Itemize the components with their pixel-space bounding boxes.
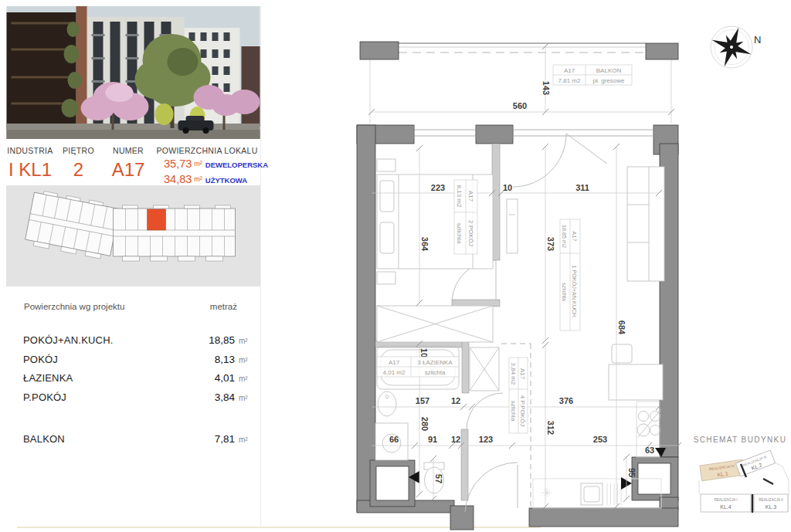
- floor-minimap-band: [6, 185, 260, 286]
- table-header-left: Powierzchnia wg projektu: [24, 302, 124, 311]
- svg-text:143: 143: [541, 81, 551, 95]
- industria-value: I KL1: [6, 159, 54, 181]
- svg-text:A17: A17: [519, 368, 526, 380]
- svg-text:560: 560: [513, 101, 527, 110]
- table-header-right: metraż: [210, 302, 237, 311]
- dining-table: [609, 364, 663, 400]
- svg-text:BALKON: BALKON: [596, 67, 622, 74]
- svg-text:4,01 m2: 4,01 m2: [383, 369, 406, 376]
- tv-console: [507, 199, 518, 253]
- svg-text:373: 373: [546, 237, 555, 251]
- room-label-lazienka: A17 3 ŁAZIENKA 4,01 m2 szlichta: [377, 357, 459, 377]
- apartment-sheet: 560 143 223 10 311 364 373 684 10 157 12…: [0, 0, 791, 532]
- table-row: P.POKÓJ 3,84 m²: [6, 391, 260, 403]
- compass-rose: N: [704, 20, 761, 73]
- north-label: N: [754, 34, 761, 46]
- stove: [637, 409, 661, 437]
- svg-text:REALIZACJA II: REALIZACJA II: [759, 498, 783, 502]
- pietro-label: PIĘTRO: [54, 146, 103, 155]
- svg-text:A17: A17: [564, 67, 575, 74]
- schemat-budynku: SCHEMAT BUDYNKU REALIZACJA IV KL.1 REALI…: [694, 435, 789, 513]
- svg-text:311: 311: [575, 183, 589, 192]
- schemat-kl3: REALIZACJA II KL.3: [754, 494, 788, 512]
- numer-value: A17: [103, 159, 154, 181]
- wardrobe: [377, 306, 493, 342]
- svg-text:364: 364: [420, 237, 429, 252]
- pietro-value: 2: [54, 159, 103, 181]
- room-label-pokoj: A17 2 POKÓJ 8,13 m2 szlichta: [454, 180, 477, 254]
- svg-text:A17: A17: [571, 232, 578, 242]
- svg-text:123: 123: [479, 435, 493, 444]
- svg-text:REALIZACJA I: REALIZACJA I: [714, 498, 737, 502]
- svg-text:7,81 m2: 7,81 m2: [558, 77, 581, 84]
- room-label-p-pokoj: A17 4 P.POKÓJ 3,84 m2 szlichta: [509, 357, 528, 433]
- svg-text:A17: A17: [389, 359, 400, 366]
- svg-text:95: 95: [627, 468, 637, 477]
- svg-text:223: 223: [431, 183, 445, 192]
- numer-label: NUMER: [103, 146, 154, 155]
- selected-unit: [148, 209, 166, 230]
- washing-machine: [470, 347, 499, 391]
- table-row: POKÓJ 8,13 m²: [6, 354, 260, 365]
- svg-text:szlichta: szlichta: [510, 401, 517, 422]
- table-row-balkon: BALKON 7,81 m²: [6, 433, 260, 445]
- svg-text:3 ŁAZIENKA: 3 ŁAZIENKA: [417, 359, 453, 366]
- nightstand: [377, 272, 396, 284]
- svg-text:1 POKÓJ+AN.KUCH.: 1 POKÓJ+AN.KUCH.: [571, 266, 578, 319]
- floor-minimap: [24, 189, 235, 261]
- room-label-pokoj-an-kuch: A17 1 POKÓJ+AN.KUCH. 18,85 m2 szlichta: [560, 219, 580, 330]
- apartment-card-panel: INDUSTRIA I KL1 PIĘTRO 2 NUMER A17 POWIE…: [6, 6, 261, 526]
- svg-text:szlichta: szlichta: [425, 369, 446, 376]
- svg-text:12: 12: [451, 435, 460, 444]
- nightstand: [377, 159, 396, 171]
- unit-header: INDUSTRIA I KL1 PIĘTRO 2 NUMER A17 POWIE…: [6, 139, 260, 185]
- svg-text:szlichta: szlichta: [456, 223, 463, 244]
- svg-text:2 POKÓJ: 2 POKÓJ: [467, 220, 474, 246]
- schemat-kl2: REALIZACJA III KL.2: [735, 450, 775, 476]
- svg-text:A17: A17: [467, 191, 474, 202]
- svg-text:684: 684: [617, 320, 626, 335]
- table-row: POKÓJ+AN.KUCH. 18,85 m²: [6, 334, 260, 346]
- svg-text:91: 91: [428, 435, 437, 444]
- svg-text:18,85 m2: 18,85 m2: [561, 225, 568, 248]
- sofa: [627, 167, 664, 281]
- svg-text:63: 63: [645, 446, 654, 455]
- svg-text:157: 157: [416, 396, 429, 405]
- svg-text:10: 10: [503, 183, 512, 192]
- svg-text:KL.3: KL.3: [766, 504, 777, 510]
- industria-label: INDUSTRIA: [6, 146, 54, 155]
- kitchen-sink: [542, 483, 621, 505]
- chair: [612, 344, 632, 363]
- svg-text:pł. gresowe: pł. gresowe: [593, 77, 625, 84]
- svg-text:253: 253: [593, 435, 607, 444]
- svg-text:8,13 m2: 8,13 m2: [456, 185, 463, 208]
- building-photo: [6, 6, 260, 139]
- svg-text:12: 12: [451, 396, 460, 405]
- svg-text:66: 66: [389, 435, 399, 444]
- svg-text:3,84 m2: 3,84 m2: [510, 363, 517, 385]
- powierzchnia-label: POWIERZCHNIA LOKALU: [154, 146, 260, 155]
- svg-text:szlichta: szlichta: [561, 283, 568, 301]
- windows: [414, 126, 654, 140]
- room-label-balkon: A17 BALKON 7,81 m2 pł. gresowe: [553, 65, 632, 85]
- schemat-kl4: REALIZACJA I KL.4: [701, 494, 751, 512]
- table-row: ŁAZIENKA 4,01 m²: [6, 372, 260, 384]
- svg-text:SCHEMAT BUDYNKU: SCHEMAT BUDYNKU: [694, 435, 787, 444]
- svg-text:KL.4: KL.4: [720, 504, 732, 510]
- area-uzytkowa: 34,83m²UŻYTKOWA: [154, 172, 260, 186]
- svg-text:10: 10: [419, 348, 429, 357]
- svg-text:57: 57: [434, 474, 443, 483]
- svg-text:4 P.POKÓJ: 4 P.POKÓJ: [519, 395, 526, 426]
- svg-text:312: 312: [546, 421, 555, 435]
- svg-text:280: 280: [420, 417, 429, 431]
- bathroom-sink: [378, 391, 396, 416]
- area-deweloperska: 35,73m²DEWELOPERSKA: [154, 157, 260, 171]
- svg-text:376: 376: [559, 396, 573, 405]
- area-table: Powierzchnia wg projektu metraż POKÓJ+AN…: [6, 286, 260, 445]
